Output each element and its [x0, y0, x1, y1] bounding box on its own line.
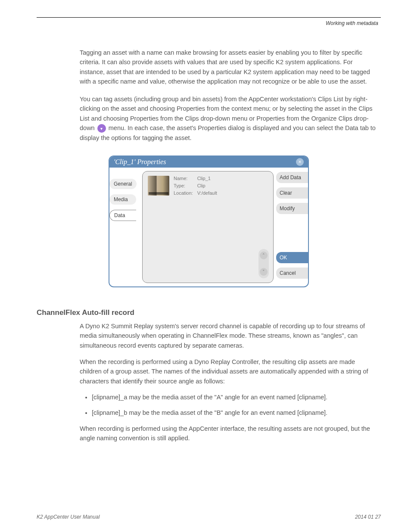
bullet-item: [clipname]_a may be the media asset of t… — [92, 393, 377, 402]
ok-button[interactable]: OK — [276, 252, 309, 263]
info-values: Clip_1 Clip V:/default — [197, 176, 217, 196]
scroll-down-icon[interactable]: ˅ — [260, 268, 268, 276]
cancel-button[interactable]: Cancel — [276, 268, 309, 279]
footer-right: 2014 01 27 — [355, 514, 381, 520]
add-data-button[interactable]: Add Data — [276, 172, 309, 183]
scroll-widget: ˄ ˅ — [258, 249, 269, 278]
dropdown-marker-icon: ▾ — [97, 124, 106, 133]
modify-button[interactable]: Modify — [276, 203, 309, 214]
bullet-item: [clipname]_b may be the media asset of t… — [92, 408, 377, 418]
section-heading: ChannelFlex Auto-fill record — [37, 307, 377, 318]
close-icon[interactable]: × — [296, 158, 304, 166]
tab-general[interactable]: General — [109, 179, 137, 189]
running-head: Working with metadata — [37, 20, 381, 26]
intro-paragraph-2: You can tag assets (including group and … — [80, 94, 377, 143]
dialog-content-panel: Name: Type: Location: Clip_1 Clip V:/def… — [142, 171, 274, 283]
section-p2: When the recording is performed using a … — [80, 357, 377, 386]
footer-left: K2 AppCenter User Manual — [37, 514, 100, 520]
header-divider — [37, 17, 381, 18]
dialog-titlebar: 'Clip_1' Properties × — [109, 156, 308, 168]
clear-button[interactable]: Clear — [276, 187, 309, 199]
dialog-actions: Add Data Clear Modify OK Cancel — [276, 171, 308, 283]
bullet-list: [clipname]_a may be the media asset of t… — [92, 393, 377, 418]
scroll-up-icon[interactable]: ˄ — [260, 252, 268, 259]
tab-data[interactable]: Data — [109, 210, 136, 221]
section-p3: When recording is performed using the Ap… — [80, 424, 377, 443]
dialog-tabs: General Media Data — [109, 171, 142, 283]
intro-paragraph-1: Tagging an asset with a name can make br… — [80, 48, 377, 87]
tab-media[interactable]: Media — [109, 194, 136, 205]
properties-dialog: 'Clip_1' Properties × General Media Data… — [109, 156, 309, 287]
clip-thumbnail — [148, 176, 169, 196]
section-p1: A Dyno K2 Summit Replay system's server … — [80, 321, 377, 350]
info-labels: Name: Type: Location: — [174, 176, 193, 196]
dialog-title: 'Clip_1' Properties — [114, 158, 166, 166]
